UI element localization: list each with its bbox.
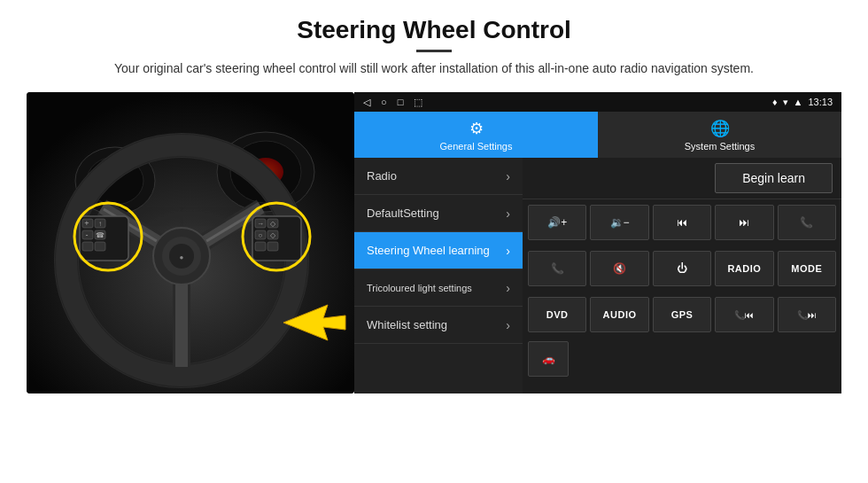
gps-label: GPS [671, 309, 694, 320]
menu-item-whitelist[interactable]: Whitelist setting › [354, 307, 523, 344]
vol-down-button[interactable]: 🔉− [590, 205, 648, 240]
page-subtitle: Your original car's steering wheel contr… [0, 59, 868, 78]
menu-item-radio-label: Radio [367, 169, 506, 183]
svg-rect-27 [95, 242, 105, 251]
system-settings-label: System Settings [685, 141, 755, 152]
radio-button[interactable]: RADIO [715, 251, 773, 286]
page-title: Steering Wheel Control [0, 16, 868, 44]
audio-label: AUDIO [603, 309, 637, 320]
steering-wheel-image: ● + ↑ - ☎ → ◇ ○ ◇ [27, 92, 354, 393]
mute-button[interactable]: 🔇 [590, 251, 648, 286]
next-track-button[interactable]: ⏭ [715, 205, 773, 240]
whitelist-chevron: › [506, 318, 510, 332]
button-panel: Begin learn 🔊+ 🔉− ⏮ ⏭ [523, 158, 841, 393]
settings-menu: Radio › DefaultSetting › Steering Wheel … [354, 158, 523, 393]
begin-learn-row: Begin learn [523, 158, 841, 199]
phone-prev-icon: 📞⏮ [734, 310, 754, 320]
car-icon: 🚗 [542, 353, 555, 365]
menu-item-default[interactable]: DefaultSetting › [354, 195, 523, 232]
default-chevron: › [506, 206, 510, 221]
svg-text:+: + [84, 219, 89, 228]
menu-item-whitelist-label: Whitelist setting [367, 318, 506, 331]
prev-track-button[interactable]: ⏮ [653, 205, 711, 240]
begin-learn-button[interactable]: Begin learn [715, 163, 833, 193]
steering-chevron: › [506, 244, 510, 258]
svg-text:→: → [257, 220, 264, 228]
next-track-icon: ⏭ [739, 216, 749, 229]
vol-down-icon: 🔉− [610, 216, 630, 229]
phone-prev-button[interactable]: 📞⏮ [715, 297, 773, 332]
signal-icon: ▲ [794, 97, 803, 107]
phone-next-button[interactable]: 📞⏭ [778, 297, 836, 332]
menu-item-steering[interactable]: Steering Wheel learning › [354, 232, 523, 269]
clock: 13:13 [808, 97, 833, 107]
svg-text:◇: ◇ [270, 231, 276, 239]
main-content: ● + ↑ - ☎ → ◇ ○ ◇ [0, 92, 868, 393]
menu-item-radio[interactable]: Radio › [354, 158, 523, 195]
mode-button[interactable]: MODE [778, 251, 836, 286]
android-ui: ◁ ○ □ ⬚ ♦ ▾ ▲ 13:13 ⚙ General Settings 🌐… [354, 92, 841, 393]
dvd-button[interactable]: DVD [528, 297, 586, 332]
general-settings-icon: ⚙ [469, 119, 484, 138]
svg-text:-: - [86, 230, 89, 239]
answer-icon: 📞 [551, 262, 564, 275]
vol-up-icon: 🔊+ [547, 216, 567, 229]
svg-text:☎: ☎ [96, 231, 105, 239]
settings-panel: Radio › DefaultSetting › Steering Wheel … [354, 158, 841, 393]
power-button[interactable]: ⏻ [653, 251, 711, 286]
back-icon[interactable]: ◁ [363, 97, 370, 108]
location-icon: ♦ [772, 97, 778, 107]
phone-next-icon: 📞⏭ [797, 310, 817, 320]
page-header: Steering Wheel Control Your original car… [0, 0, 868, 83]
vol-up-button[interactable]: 🔊+ [528, 205, 586, 240]
svg-rect-38 [267, 242, 278, 251]
control-buttons-row1: 🔊+ 🔉− ⏮ ⏭ 📞 [523, 199, 841, 245]
system-settings-icon: 🌐 [710, 119, 730, 138]
control-buttons-row2: 📞 🔇 ⏻ RADIO MODE [523, 245, 841, 292]
status-bar: ◁ ○ □ ⬚ ♦ ▾ ▲ 13:13 [354, 92, 841, 112]
radio-chevron: › [506, 169, 510, 183]
home-icon[interactable]: ○ [381, 97, 387, 107]
power-icon: ⏻ [677, 262, 687, 275]
menu-item-tricoloured[interactable]: Tricoloured light settings › [354, 269, 523, 307]
menu-item-tricoloured-label: Tricoloured light settings [367, 283, 506, 293]
svg-text:↑: ↑ [98, 220, 102, 228]
svg-rect-37 [255, 242, 266, 251]
phone-icon: 📞 [800, 216, 813, 229]
status-bar-nav: ◁ ○ □ ⬚ [363, 97, 767, 108]
menu-item-steering-label: Steering Wheel learning [367, 244, 506, 257]
tab-system-settings[interactable]: 🌐 System Settings [598, 112, 841, 158]
svg-text:●: ● [180, 253, 184, 261]
svg-text:◇: ◇ [270, 220, 276, 228]
svg-text:○: ○ [259, 231, 263, 239]
recents-icon[interactable]: □ [398, 97, 404, 107]
control-buttons-row3: DVD AUDIO GPS 📞⏮ 📞⏭ [523, 292, 841, 338]
mode-label: MODE [791, 263, 822, 274]
tricoloured-chevron: › [506, 281, 510, 295]
gps-button[interactable]: GPS [653, 297, 711, 332]
prev-track-icon: ⏮ [677, 216, 687, 229]
wifi-icon: ▾ [783, 97, 788, 108]
tab-general-settings[interactable]: ⚙ General Settings [354, 112, 598, 158]
general-settings-label: General Settings [440, 141, 513, 152]
title-divider [416, 50, 452, 52]
steering-wheel-svg: ● + ↑ - ☎ → ◇ ○ ◇ [27, 92, 354, 393]
tab-bar: ⚙ General Settings 🌐 System Settings [354, 112, 841, 158]
radio-label: RADIO [727, 263, 761, 274]
audio-button[interactable]: AUDIO [590, 297, 648, 332]
dvd-label: DVD [546, 309, 569, 320]
mute-icon: 🔇 [613, 262, 626, 275]
menu-icon[interactable]: ⬚ [414, 97, 422, 108]
answer-button[interactable]: 📞 [528, 251, 586, 286]
svg-rect-26 [82, 242, 93, 251]
menu-item-default-label: DefaultSetting [367, 206, 506, 220]
bottom-row: 🚗 [523, 338, 841, 380]
car-icon-button[interactable]: 🚗 [528, 341, 569, 377]
phone-button[interactable]: 📞 [778, 205, 836, 240]
